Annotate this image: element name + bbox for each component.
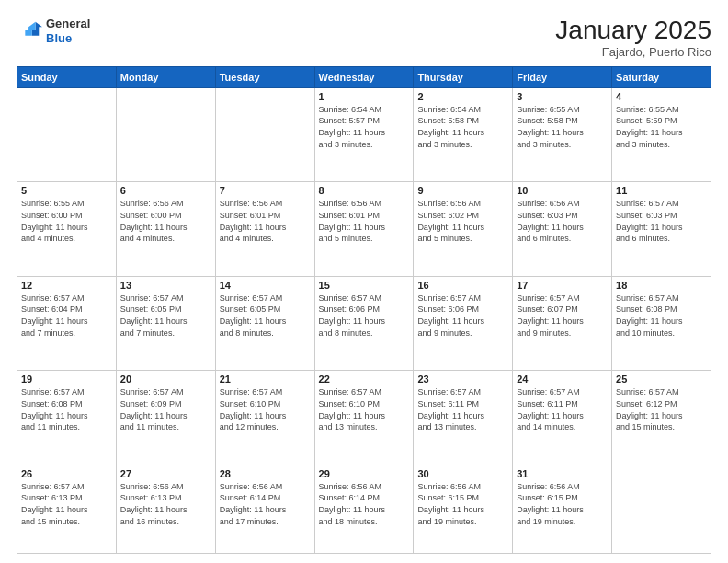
calendar-cell: 21Sunrise: 6:57 AMSunset: 6:10 PMDayligh… [215,371,314,465]
day-info: Sunrise: 6:56 AMSunset: 6:15 PMDaylight:… [417,481,508,527]
page: General Blue January 2025 Fajardo, Puert… [0,0,728,563]
calendar-cell: 15Sunrise: 6:57 AMSunset: 6:06 PMDayligh… [314,276,414,371]
day-info: Sunrise: 6:57 AMSunset: 6:05 PMDaylight:… [120,293,211,339]
day-info: Sunrise: 6:57 AMSunset: 6:08 PMDaylight:… [616,293,707,339]
day-number: 26 [21,468,112,479]
logo-general-text: General [46,17,90,30]
day-number: 30 [417,468,508,479]
calendar-cell: 31Sunrise: 6:56 AMSunset: 6:15 PMDayligh… [513,465,612,553]
calendar-title: January 2025 [555,17,711,45]
weekday-header-tuesday: Tuesday [215,66,314,87]
calendar-cell [612,465,711,553]
calendar-cell: 10Sunrise: 6:56 AMSunset: 6:03 PMDayligh… [513,182,612,277]
title-block: January 2025 Fajardo, Puerto Rico [555,17,711,59]
calendar-cell: 9Sunrise: 6:56 AMSunset: 6:02 PMDaylight… [414,182,513,277]
day-info: Sunrise: 6:54 AMSunset: 5:57 PMDaylight:… [319,104,410,150]
logo-icon [17,18,42,44]
calendar-week-row: 5Sunrise: 6:55 AMSunset: 6:00 PMDaylight… [17,182,711,277]
day-info: Sunrise: 6:54 AMSunset: 5:58 PMDaylight:… [417,104,508,150]
day-number: 28 [220,468,311,479]
calendar-cell: 17Sunrise: 6:57 AMSunset: 6:07 PMDayligh… [513,276,612,371]
calendar-cell [17,87,117,182]
day-number: 24 [517,373,608,385]
calendar-cell: 25Sunrise: 6:57 AMSunset: 6:12 PMDayligh… [612,371,711,465]
day-info: Sunrise: 6:57 AMSunset: 6:11 PMDaylight:… [517,386,608,432]
day-number: 12 [21,280,112,291]
calendar-cell: 16Sunrise: 6:57 AMSunset: 6:06 PMDayligh… [414,276,513,371]
weekday-header-saturday: Saturday [612,66,711,87]
day-info: Sunrise: 6:57 AMSunset: 6:09 PMDaylight:… [120,386,211,432]
calendar-cell: 20Sunrise: 6:57 AMSunset: 6:09 PMDayligh… [116,371,215,465]
calendar-cell: 7Sunrise: 6:56 AMSunset: 6:01 PMDaylight… [215,182,314,277]
weekday-header-thursday: Thursday [414,66,513,87]
calendar-cell: 11Sunrise: 6:57 AMSunset: 6:03 PMDayligh… [612,182,711,277]
weekday-header-wednesday: Wednesday [314,66,414,87]
calendar-cell: 8Sunrise: 6:56 AMSunset: 6:01 PMDaylight… [314,182,414,277]
day-number: 18 [616,280,707,291]
day-number: 23 [417,373,508,385]
day-info: Sunrise: 6:55 AMSunset: 5:58 PMDaylight:… [517,104,608,150]
calendar-body: 1Sunrise: 6:54 AMSunset: 5:57 PMDaylight… [17,87,711,553]
day-number: 3 [517,91,608,102]
header: General Blue January 2025 Fajardo, Puert… [17,17,711,59]
day-number: 29 [319,468,410,479]
day-info: Sunrise: 6:57 AMSunset: 6:05 PMDaylight:… [220,293,311,339]
day-info: Sunrise: 6:55 AMSunset: 6:00 PMDaylight:… [21,198,112,244]
day-number: 9 [417,185,508,196]
day-info: Sunrise: 6:56 AMSunset: 6:14 PMDaylight:… [319,481,410,527]
day-number: 25 [616,373,707,385]
day-number: 14 [220,280,311,291]
weekday-header-row: SundayMondayTuesdayWednesdayThursdayFrid… [17,66,711,87]
weekday-header-friday: Friday [513,66,612,87]
calendar-cell: 28Sunrise: 6:56 AMSunset: 6:14 PMDayligh… [215,465,314,553]
calendar-week-row: 19Sunrise: 6:57 AMSunset: 6:08 PMDayligh… [17,371,711,465]
day-info: Sunrise: 6:57 AMSunset: 6:08 PMDaylight:… [21,386,112,432]
calendar-week-row: 12Sunrise: 6:57 AMSunset: 6:04 PMDayligh… [17,276,711,371]
day-number: 13 [120,280,211,291]
weekday-header-sunday: Sunday [17,66,117,87]
day-number: 17 [517,280,608,291]
day-info: Sunrise: 6:57 AMSunset: 6:06 PMDaylight:… [319,293,410,339]
day-info: Sunrise: 6:56 AMSunset: 6:03 PMDaylight:… [517,198,608,244]
day-info: Sunrise: 6:57 AMSunset: 6:12 PMDaylight:… [616,386,707,432]
day-number: 27 [120,468,211,479]
logo-blue-text: Blue [46,31,72,45]
calendar-cell: 4Sunrise: 6:55 AMSunset: 5:59 PMDaylight… [612,87,711,182]
calendar-cell: 6Sunrise: 6:56 AMSunset: 6:00 PMDaylight… [116,182,215,277]
day-info: Sunrise: 6:57 AMSunset: 6:04 PMDaylight:… [21,293,112,339]
day-info: Sunrise: 6:56 AMSunset: 6:01 PMDaylight:… [220,198,311,244]
calendar-week-row: 26Sunrise: 6:57 AMSunset: 6:13 PMDayligh… [17,465,711,553]
calendar-cell: 18Sunrise: 6:57 AMSunset: 6:08 PMDayligh… [612,276,711,371]
calendar-cell: 5Sunrise: 6:55 AMSunset: 6:00 PMDaylight… [17,182,117,277]
day-number: 22 [319,373,410,385]
calendar-cell [215,87,314,182]
day-number: 10 [517,185,608,196]
day-info: Sunrise: 6:56 AMSunset: 6:14 PMDaylight:… [220,481,311,527]
calendar-subtitle: Fajardo, Puerto Rico [555,45,711,59]
day-info: Sunrise: 6:57 AMSunset: 6:10 PMDaylight:… [319,386,410,432]
calendar-cell: 2Sunrise: 6:54 AMSunset: 5:58 PMDaylight… [414,87,513,182]
calendar-cell: 27Sunrise: 6:56 AMSunset: 6:13 PMDayligh… [116,465,215,553]
day-number: 7 [220,185,311,196]
day-info: Sunrise: 6:57 AMSunset: 6:03 PMDaylight:… [616,198,707,244]
weekday-header-monday: Monday [116,66,215,87]
day-number: 11 [616,185,707,196]
calendar-week-row: 1Sunrise: 6:54 AMSunset: 5:57 PMDaylight… [17,87,711,182]
calendar-cell: 26Sunrise: 6:57 AMSunset: 6:13 PMDayligh… [17,465,117,553]
calendar-cell: 1Sunrise: 6:54 AMSunset: 5:57 PMDaylight… [314,87,414,182]
day-info: Sunrise: 6:56 AMSunset: 6:13 PMDaylight:… [120,481,211,527]
day-info: Sunrise: 6:56 AMSunset: 6:01 PMDaylight:… [319,198,410,244]
calendar-cell: 23Sunrise: 6:57 AMSunset: 6:11 PMDayligh… [414,371,513,465]
day-number: 31 [517,468,608,479]
day-number: 20 [120,373,211,385]
day-number: 6 [120,185,211,196]
calendar-cell: 19Sunrise: 6:57 AMSunset: 6:08 PMDayligh… [17,371,117,465]
calendar-cell [116,87,215,182]
day-number: 16 [417,280,508,291]
logo-text: General Blue [46,17,90,45]
calendar-cell: 13Sunrise: 6:57 AMSunset: 6:05 PMDayligh… [116,276,215,371]
day-number: 4 [616,91,707,102]
day-number: 8 [319,185,410,196]
calendar-cell: 24Sunrise: 6:57 AMSunset: 6:11 PMDayligh… [513,371,612,465]
calendar-cell: 14Sunrise: 6:57 AMSunset: 6:05 PMDayligh… [215,276,314,371]
